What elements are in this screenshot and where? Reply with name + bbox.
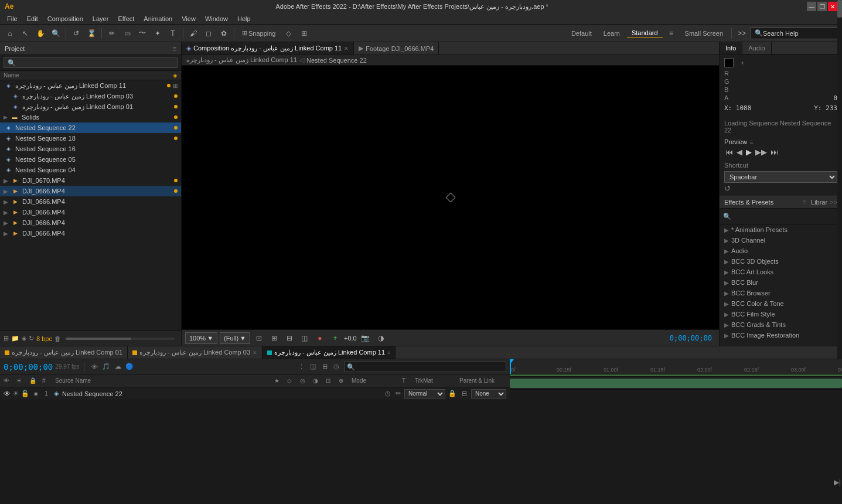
timeline-search-input[interactable] (344, 362, 506, 372)
extra-tool-2[interactable]: ⊞ (298, 27, 311, 40)
orbit-tool[interactable]: ⌛ (85, 27, 98, 40)
project-item-nested22[interactable]: ◈ Nested Sequence 22 (0, 122, 181, 133)
project-item-solids[interactable]: ▶ ▬ Solids (0, 112, 181, 122)
project-item-comp01[interactable]: ◈ زمین عباس - رودبارچره Linked Comp 01 (0, 101, 181, 112)
shortcut-select[interactable]: Spacebar (724, 171, 837, 183)
view-mode-btn[interactable]: ⊟ (283, 332, 296, 345)
effects-item-bcc-image[interactable]: ▶ BCC Image Restoration (720, 330, 842, 340)
timeline-tab-close-2[interactable]: ✕ (253, 350, 257, 356)
effects-item-bcc-blur[interactable]: ▶ BCC Blur (720, 277, 842, 288)
prev-frame-btn[interactable]: ◀ (735, 148, 744, 156)
project-item-dji0666-2[interactable]: ▶ ▶ DJI_0666.MP4 (0, 196, 181, 207)
text-tool[interactable]: T (166, 27, 179, 40)
menu-layer[interactable]: Layer (88, 14, 114, 23)
color-channel-btn[interactable]: ● (313, 332, 326, 345)
project-item-nested16[interactable]: ◈ Nested Sequence 16 (0, 144, 181, 154)
layer-solo[interactable]: ☀ (13, 390, 19, 397)
layer-fx-switch[interactable]: ◷ (385, 390, 391, 397)
plus-button[interactable]: + (741, 59, 744, 66)
project-item-dji0666-4[interactable]: ▶ ▶ DJI_0666.MP4 (0, 217, 181, 228)
workspace-learn[interactable]: Learn (599, 29, 625, 38)
project-menu-icon[interactable]: ≡ (173, 45, 176, 52)
layer-track-bar[interactable] (510, 379, 842, 388)
tl-enable-3d[interactable]: 🔵 (124, 362, 135, 372)
workspace-overflow[interactable]: >> (735, 27, 748, 40)
menu-view[interactable]: View (177, 14, 200, 23)
workspace-small-screen[interactable]: Small Screen (680, 29, 728, 38)
audio-tab[interactable]: Audio (742, 42, 771, 54)
close-button[interactable]: ✕ (828, 2, 837, 11)
effects-item-bcc-film[interactable]: ▶ BCC Film Style (720, 309, 842, 319)
transparency-btn[interactable]: ⊞ (268, 332, 281, 345)
project-item-nested04[interactable]: ◈ Nested Sequence 04 (0, 165, 181, 175)
hand-tool[interactable]: ✋ (34, 27, 47, 40)
pen-tool[interactable]: ✏ (105, 27, 118, 40)
timeline-tab-comp01[interactable]: زمین عباس - رودبارچره Linked Comp 01 (0, 346, 128, 359)
last-frame-btn[interactable]: ⏭ (769, 148, 779, 156)
layer-mode-select[interactable]: Normal (404, 389, 445, 399)
motion-blur-btn[interactable]: ◑ (374, 332, 387, 345)
project-bottom-icon-2[interactable]: 📁 (11, 335, 19, 342)
menu-window[interactable]: Window (200, 14, 233, 23)
extra-tool-1[interactable]: ◇ (282, 27, 295, 40)
play-pause-btn[interactable]: ▶ (745, 148, 753, 156)
menu-animation[interactable]: Animation (139, 14, 177, 23)
layer-eye[interactable]: 👁 (4, 390, 11, 398)
project-item-dji0666-1[interactable]: ▶ ▶ DJI_0666.MP4 (0, 186, 181, 196)
tl-modes[interactable]: ◫ (308, 362, 318, 372)
workspace-menu[interactable]: ≡ (665, 27, 678, 40)
viewer-tab-comp11[interactable]: ◈ Composition زمین عباس - رودبارچره Link… (182, 42, 354, 55)
tl-hide-shy[interactable]: ☁ (113, 362, 123, 372)
home-button[interactable]: ⌂ (4, 27, 16, 40)
safe-zones-btn[interactable]: ◫ (298, 332, 311, 345)
bezier-tool[interactable]: 〜 (136, 27, 149, 40)
menu-composition[interactable]: Composition (43, 14, 88, 23)
maximize-button[interactable]: ❐ (817, 2, 827, 11)
shortcut-reset[interactable]: ↺ (724, 184, 731, 193)
effects-item-audio[interactable]: ▶ Audio (720, 246, 842, 256)
project-bottom-icon-4[interactable]: ↻ (29, 335, 34, 342)
tl-io[interactable]: ◷ (331, 362, 342, 372)
work-area-bar[interactable] (510, 374, 842, 376)
project-item-comp03[interactable]: ◈ زمین عباس - رودبارچره Linked Comp 03 (0, 91, 181, 101)
tl-labels[interactable]: ⊞ (319, 362, 330, 372)
select-tool[interactable]: ↖ (19, 27, 32, 40)
menu-effect[interactable]: Effect (113, 14, 139, 23)
project-bottom-icon-5[interactable]: 🗑 (54, 335, 61, 342)
timeline-tab-comp11[interactable]: زمین عباس - رودبارچره Linked Comp 11 ≡ (263, 346, 396, 359)
menu-edit[interactable]: Edit (22, 14, 43, 23)
layer-parent-select[interactable]: None (471, 389, 506, 399)
menu-file[interactable]: File (2, 14, 22, 23)
timeline-tab-comp03[interactable]: زمین عباس - رودبارچره Linked Comp 03 ✕ (128, 346, 263, 359)
tl-graph-editor[interactable]: ⋮ (296, 362, 306, 372)
first-frame-btn[interactable]: ⏮ (724, 148, 734, 156)
brush-tool[interactable]: 🖌 (187, 27, 200, 40)
menu-help[interactable]: Help (233, 14, 255, 23)
timeline-tab-close-3[interactable]: ≡ (387, 350, 390, 356)
camera-btn[interactable]: 📷 (359, 332, 372, 345)
next-frame-btn[interactable]: ▶▶ (754, 148, 768, 156)
project-item-comp11[interactable]: ◈ زمین عباس - رودبارچره Linked Comp 11 ⊞ (0, 80, 181, 91)
project-item-nested05[interactable]: ◈ Nested Sequence 05 (0, 154, 181, 165)
project-bottom-icon-1[interactable]: ⊞ (4, 335, 9, 342)
minimize-button[interactable]: — (807, 2, 816, 11)
project-item-dji0670[interactable]: ▶ ▶ DJI_0670.MP4 (0, 175, 181, 186)
tl-mute-all[interactable]: 👁 (89, 362, 100, 372)
puppet-tool[interactable]: ✿ (217, 27, 230, 40)
effects-item-bcc-browser[interactable]: ▶ BCC Browser (720, 288, 842, 298)
rotate-tool[interactable]: ↺ (70, 27, 83, 40)
search-help-box[interactable]: 🔍 (751, 28, 838, 39)
layer-paint-btn[interactable]: ✏ (396, 390, 401, 397)
exposure-btn[interactable]: + (329, 332, 342, 345)
quality-control[interactable]: (Full) ▼ (220, 332, 250, 344)
project-item-nested18[interactable]: ◈ Nested Sequence 18 (0, 133, 181, 144)
effects-item-bcc3d[interactable]: ▶ BCC 3D Objects (720, 256, 842, 267)
snapping-button[interactable]: ⊞ Snapping (238, 28, 280, 39)
effects-item-3d-channel[interactable]: ▶ 3D Channel (720, 235, 842, 246)
clone-tool[interactable]: ✦ (151, 27, 164, 40)
tl-lock-all[interactable]: 🎵 (101, 362, 111, 372)
search-help-input[interactable] (763, 30, 834, 37)
effects-item-animation-presets[interactable]: ▶ * Animation Presets (720, 224, 842, 235)
viewer-tab-footage[interactable]: ▶ Footage DJI_0666.MP4 (354, 42, 439, 55)
project-item-dji0666-5[interactable]: ▶ ▶ DJI_0666.MP4 (0, 228, 181, 239)
